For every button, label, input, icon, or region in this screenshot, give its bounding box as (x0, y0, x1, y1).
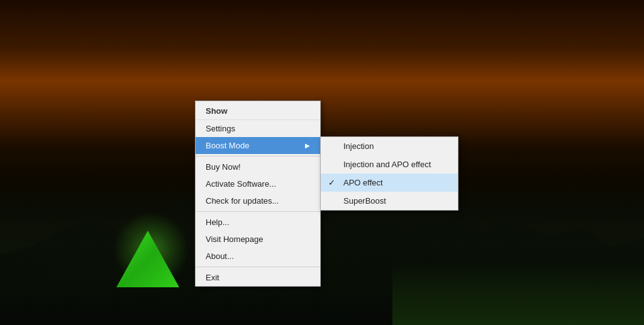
menu-header: Show (196, 101, 320, 120)
menu-item-activate[interactable]: Activate Software... (196, 175, 320, 192)
separator-1 (196, 156, 320, 157)
submenu-item-injection-apo[interactable]: Injection and APO effect (321, 155, 458, 174)
checkmark-icon: ✓ (328, 178, 335, 187)
menu-item-exit[interactable]: Exit (196, 269, 320, 286)
boost-mode-wrapper: Boost Mode ▶ Injection Injection and APO… (196, 137, 320, 154)
menu-item-settings[interactable]: Settings (196, 120, 320, 137)
menu-item-help[interactable]: Help... (196, 214, 320, 231)
boost-mode-submenu: Injection Injection and APO effect ✓ APO… (320, 136, 458, 211)
separator-2 (196, 211, 320, 212)
separator-3 (196, 267, 320, 267)
menu-item-buy-now[interactable]: Buy Now! (196, 158, 320, 175)
menu-item-about[interactable]: About... (196, 248, 320, 265)
context-menu: Show Settings Boost Mode ▶ Injection Inj… (195, 101, 321, 287)
submenu-item-superboost[interactable]: SuperBoost (321, 192, 458, 210)
menu-item-visit-homepage[interactable]: Visit Homepage (196, 231, 320, 248)
submenu-item-injection[interactable]: Injection (321, 137, 458, 155)
menu-item-check-updates[interactable]: Check for updates... (196, 192, 320, 209)
submenu-arrow: ▶ (305, 142, 310, 149)
submenu-item-apo-effect[interactable]: ✓ APO effect (321, 174, 458, 192)
menu-item-boost-mode[interactable]: Boost Mode ▶ (196, 137, 320, 154)
ground (392, 262, 644, 325)
